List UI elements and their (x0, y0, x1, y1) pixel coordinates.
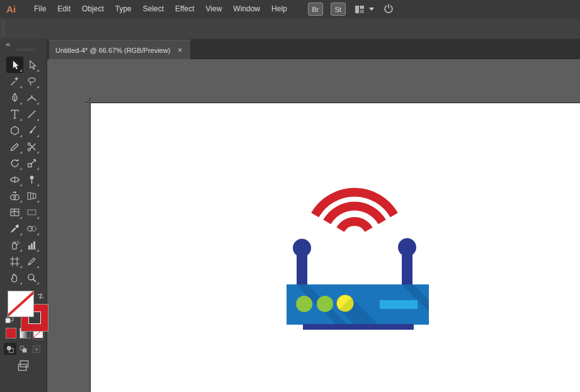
router-illustration[interactable] (271, 182, 441, 333)
menu-select[interactable]: Select (137, 0, 169, 18)
panel-grip[interactable] (1, 20, 5, 36)
lasso-tool[interactable] (23, 73, 40, 89)
menu-help[interactable]: Help (266, 0, 293, 18)
hand-tool[interactable] (6, 269, 23, 286)
workspace-switcher[interactable] (353, 4, 374, 14)
router-led-yellow (337, 295, 354, 312)
menu-window[interactable]: Window (227, 0, 266, 18)
gpu-performance-icon[interactable] (382, 3, 395, 15)
canvas-area[interactable] (47, 59, 580, 392)
mesh-tool[interactable] (6, 204, 23, 220)
stock-button[interactable]: St (331, 3, 346, 16)
swap-fill-stroke-icon[interactable] (36, 291, 45, 301)
scissors-tool[interactable] (23, 138, 40, 155)
document-title: Untitled-4* @ 66.67% (RGB/Preview) (55, 47, 170, 54)
menubar-right-icons: Br St (308, 3, 395, 16)
slice-tool[interactable] (23, 253, 40, 269)
draw-normal-mode-icon[interactable] (4, 343, 16, 355)
illustrator-logo: Ai (6, 4, 16, 14)
tools-panel: «« (0, 39, 47, 392)
draw-behind-mode-icon[interactable] (17, 343, 30, 355)
artboard-corner-mark (89, 98, 90, 101)
router-antennas (293, 238, 416, 288)
shape-builder-tool[interactable] (6, 188, 23, 204)
rotate-tool[interactable] (6, 155, 23, 171)
scale-tool[interactable] (23, 155, 40, 171)
menu-type[interactable]: Type (110, 0, 137, 18)
collapse-panel-icon[interactable]: «« (6, 40, 9, 48)
tools-grid (6, 57, 40, 286)
artboard-tool[interactable] (6, 253, 23, 269)
pen-tool[interactable] (6, 89, 23, 106)
router-base (303, 324, 414, 330)
menu-effect[interactable]: Effect (169, 0, 200, 18)
direct-selection-tool[interactable] (23, 57, 40, 73)
menu-view[interactable]: View (200, 0, 228, 18)
polygon-tool[interactable] (6, 122, 23, 138)
curvature-tool[interactable] (23, 89, 40, 106)
router-display (380, 300, 418, 309)
zoom-tool[interactable] (23, 269, 40, 286)
menu-items: File Edit Object Type Select Effect View… (28, 0, 293, 18)
router-led-green (317, 296, 333, 312)
document-tab-bar: Untitled-4* @ 66.67% (RGB/Preview) × (47, 39, 580, 59)
puppet-warp-tool[interactable] (23, 171, 40, 188)
change-screen-mode-icon[interactable] (15, 359, 31, 372)
chevron-down-icon (369, 8, 374, 11)
close-tab-icon[interactable]: × (178, 46, 182, 55)
selection-tool[interactable] (6, 57, 23, 73)
blend-tool[interactable] (23, 220, 40, 237)
width-tool[interactable] (6, 171, 23, 188)
symbol-sprayer-tool[interactable] (6, 237, 23, 253)
shaper-tool[interactable] (6, 138, 23, 155)
magic-wand-tool[interactable] (6, 73, 23, 89)
bridge-button[interactable]: Br (308, 3, 323, 16)
artboard-corner-mark (85, 102, 89, 103)
line-segment-tool[interactable] (23, 106, 40, 122)
column-graph-tool[interactable] (23, 237, 40, 253)
wifi-signal-icon (315, 193, 394, 230)
perspective-grid-tool[interactable] (23, 188, 40, 204)
menu-bar: Ai File Edit Object Type Select Effect V… (0, 0, 580, 19)
menu-file[interactable]: File (28, 0, 52, 18)
gradient-tool[interactable] (23, 204, 40, 220)
workspace-layout-icon (353, 4, 366, 14)
draw-inside-mode-icon[interactable] (30, 343, 43, 355)
menu-object[interactable]: Object (76, 0, 110, 18)
fill-swatch[interactable] (8, 291, 34, 317)
document-tab[interactable]: Untitled-4* @ 66.67% (RGB/Preview) × (49, 40, 190, 60)
type-tool[interactable] (6, 106, 23, 122)
paintbrush-tool[interactable] (23, 122, 40, 138)
illustrator-window: Ai File Edit Object Type Select Effect V… (0, 0, 580, 392)
control-bar: No Selection Stroke: 20 pt Uniform • 3 p… (0, 18, 580, 40)
color-button[interactable] (6, 328, 16, 339)
menu-edit[interactable]: Edit (52, 0, 76, 18)
eyedropper-tool[interactable] (6, 220, 23, 237)
tools-panel-grip[interactable] (16, 48, 35, 51)
router-led-green (296, 296, 312, 312)
